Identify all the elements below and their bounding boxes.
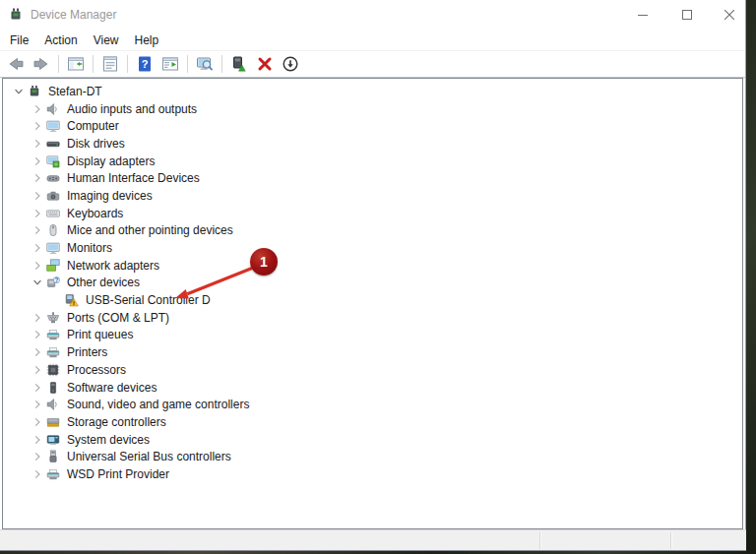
tree-item-audio-inputs-and-outputs[interactable]: Audio inputs and outputs: [3, 100, 742, 118]
tree-item-storage-controllers[interactable]: Storage controllers: [3, 413, 742, 431]
title-bar[interactable]: Device Manager: [0, 0, 745, 30]
chevron-right-icon[interactable]: [28, 119, 46, 133]
tree-item-sound-video-and-game-controllers[interactable]: Sound, video and game controllers: [3, 396, 742, 413]
tree-item-label: Audio inputs and outputs: [65, 102, 199, 116]
tree-item-label: Printers: [65, 345, 109, 359]
tree-item-monitors[interactable]: Monitors: [3, 239, 742, 257]
tree-item-imaging-devices[interactable]: Imaging devices: [3, 187, 742, 205]
tree-item-human-interface-devices[interactable]: Human Interface Devices: [3, 169, 742, 187]
tree-item-label: Software devices: [65, 381, 158, 395]
help-button[interactable]: ?: [133, 52, 157, 76]
tree-item-ports-com-lpt[interactable]: Ports (COM & LPT): [3, 309, 742, 327]
tree-item-software-devices[interactable]: Software devices: [3, 379, 742, 397]
computer-icon: [46, 119, 60, 133]
toolbar-separator: [127, 55, 128, 73]
tree-item-universal-serial-bus-controllers[interactable]: Universal Serial Bus controllers: [3, 448, 742, 465]
show-action-pane-button[interactable]: [158, 52, 182, 76]
chevron-right-icon[interactable]: [28, 381, 46, 395]
monitor-icon: [46, 241, 60, 255]
tree-item-label: Imaging devices: [65, 189, 155, 203]
chevron-right-icon[interactable]: [28, 241, 46, 255]
menu-bar: FileActionViewHelp: [0, 30, 745, 51]
toolbar-separator: [93, 55, 94, 73]
scan-hardware-changes-button[interactable]: [193, 52, 217, 76]
tree-item-label: Disk drives: [65, 137, 127, 151]
chevron-right-icon[interactable]: [28, 137, 46, 151]
network-icon: [46, 259, 60, 273]
tree-item-label: Human Interface Devices: [65, 171, 202, 185]
tree-item-network-adapters[interactable]: Network adapters: [3, 257, 742, 275]
menu-item-action[interactable]: Action: [36, 31, 85, 50]
forward-button[interactable]: [30, 52, 53, 76]
serial-port-icon: [46, 311, 60, 325]
menu-item-help[interactable]: Help: [127, 31, 167, 50]
status-bar: [0, 529, 746, 550]
chevron-right-icon[interactable]: [28, 433, 46, 447]
chevron-right-icon[interactable]: [28, 398, 46, 411]
chevron-right-icon[interactable]: [28, 102, 46, 116]
back-button[interactable]: [4, 52, 28, 76]
tree-item-stefan-dt[interactable]: Stefan-DT: [3, 83, 742, 100]
toolbar: ?: [0, 51, 745, 78]
device-manager-window: Device Manager FileActionViewHelp ? Stef…: [0, 0, 746, 551]
chevron-right-icon[interactable]: [28, 311, 46, 325]
tree-item-display-adapters[interactable]: Display adapters: [3, 153, 742, 170]
tree-item-label: Mice and other pointing devices: [65, 223, 235, 237]
chevron-right-icon[interactable]: [28, 223, 46, 237]
chevron-right-icon[interactable]: [28, 154, 46, 168]
toolbar-separator: [58, 55, 59, 73]
device-manager-icon: [8, 7, 24, 23]
chevron-right-icon[interactable]: [28, 259, 46, 273]
arrow-left-icon: [7, 55, 25, 73]
svg-text:?: ?: [54, 277, 58, 283]
chevron-right-icon[interactable]: [28, 415, 46, 429]
tree-item-mice-and-other-pointing-devices[interactable]: Mice and other pointing devices: [3, 222, 742, 240]
chevron-right-icon[interactable]: [28, 207, 46, 220]
tree-item-wsd-print-provider[interactable]: WSD Print Provider: [3, 465, 742, 483]
chevron-right-icon[interactable]: [28, 467, 46, 481]
disable-device-icon: [282, 55, 299, 73]
computer-root-icon: [28, 85, 41, 98]
chevron-right-icon[interactable]: [28, 345, 46, 359]
uninstall-device-button[interactable]: [253, 52, 277, 76]
chevron-right-icon[interactable]: [28, 328, 46, 341]
tree-item-label: Processors: [65, 363, 128, 377]
tree-item-computer[interactable]: Computer: [3, 117, 742, 135]
chevron-right-icon[interactable]: [28, 363, 46, 377]
tree-item-system-devices[interactable]: System devices: [3, 431, 742, 449]
menu-item-file[interactable]: File: [2, 31, 36, 50]
chevron-right-icon[interactable]: [28, 171, 46, 185]
arrow-right-icon: [32, 55, 50, 73]
properties-button[interactable]: [98, 52, 122, 76]
menu-item-view[interactable]: View: [86, 31, 127, 50]
software-device-icon: [46, 381, 60, 395]
minimize-button[interactable]: [620, 0, 664, 30]
tree-item-label: Monitors: [65, 241, 114, 255]
tree-item-other-devices[interactable]: ?Other devices: [3, 275, 742, 292]
close-button[interactable]: [707, 0, 745, 30]
system-devices-icon: [46, 433, 60, 447]
printer-icon: [46, 345, 60, 359]
imaging-icon: [46, 189, 60, 203]
tree-item-label: USB-Serial Controller D: [84, 293, 213, 307]
chevron-down-icon[interactable]: [28, 276, 46, 289]
tree-item-disk-drives[interactable]: Disk drives: [3, 135, 742, 153]
tree-item-keyboards[interactable]: Keyboards: [3, 205, 742, 222]
disable-device-button[interactable]: [279, 52, 302, 76]
device-tree: Stefan-DTAudio inputs and outputsCompute…: [3, 79, 742, 483]
tree-item-printers[interactable]: Printers: [3, 343, 742, 361]
chevron-right-icon[interactable]: [28, 189, 46, 203]
chevron-down-icon[interactable]: [9, 85, 28, 98]
svg-text:?: ?: [142, 58, 149, 70]
chevron-right-icon[interactable]: [28, 450, 46, 463]
status-bar-separator: [670, 532, 671, 549]
chevron-spacer: [46, 293, 65, 307]
tree-item-label: Sound, video and game controllers: [65, 398, 251, 411]
close-icon: [724, 10, 734, 20]
show-console-tree-button[interactable]: [64, 52, 88, 76]
tree-item-print-queues[interactable]: Print queues: [3, 327, 742, 344]
tree-item-processors[interactable]: Processors: [3, 361, 742, 379]
tree-item-usb-serial-controller-d[interactable]: USB-Serial Controller D: [3, 291, 742, 309]
maximize-button[interactable]: [664, 0, 709, 30]
update-driver-button[interactable]: [227, 52, 251, 76]
